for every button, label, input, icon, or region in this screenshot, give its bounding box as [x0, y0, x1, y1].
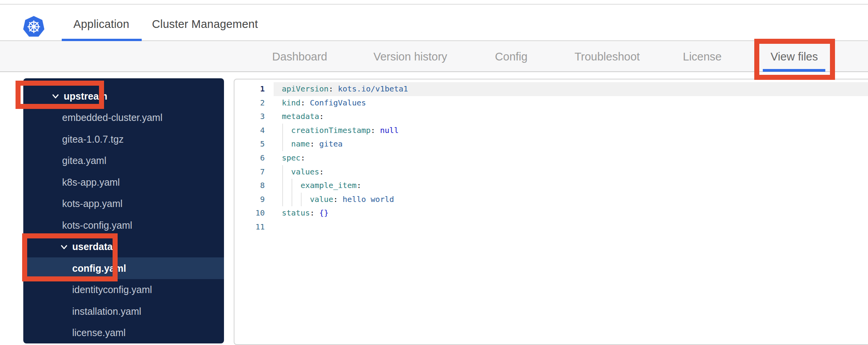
tree-item-identityconfig.yaml[interactable]: identityconfig.yaml: [23, 279, 224, 301]
line-number: 5: [234, 137, 265, 151]
code-token-punct: :: [319, 167, 324, 176]
code-line-8: example_item:: [282, 179, 868, 193]
active-tab-underline: [62, 39, 142, 41]
code-token-plain: [282, 167, 291, 176]
code-token-punct: :: [300, 153, 305, 162]
chevron-down-icon: [59, 242, 69, 252]
tree-item-config.yaml[interactable]: config.yaml: [23, 257, 224, 279]
tree-item-label: installation.yaml: [72, 306, 141, 317]
code-token-punct: :: [300, 98, 310, 107]
code-token-special: null: [380, 126, 399, 135]
code-line-9: value: hello world: [282, 193, 868, 207]
code-token-punct: :: [310, 139, 319, 148]
tree-item-kots-config.yaml[interactable]: kots-config.yaml: [23, 214, 224, 236]
indent-guide: [282, 165, 283, 179]
code-line-5: name: gitea: [282, 137, 868, 151]
code-token-value: gitea: [319, 139, 342, 148]
line-number: 1: [234, 82, 265, 96]
subnav-bar: DashboardVersion historyConfigTroublesho…: [0, 41, 868, 72]
nav-tab-license[interactable]: License: [683, 50, 722, 63]
code-line-11: [282, 220, 868, 234]
indent-guide: [282, 193, 283, 207]
code-line-1: apiVersion: kots.io/v1beta1: [282, 82, 868, 96]
line-number: 6: [234, 151, 265, 165]
line-number: 7: [234, 165, 265, 179]
view-files-underline: [763, 69, 825, 72]
header-tab-application[interactable]: Application: [73, 18, 129, 31]
line-number: 4: [234, 124, 265, 138]
code-token-plain: [282, 139, 291, 148]
code-token-plain: [282, 126, 291, 135]
code-token-punct: :: [319, 112, 324, 121]
code-token-key: creationTimestamp: [291, 126, 371, 135]
line-number: 2: [234, 96, 265, 110]
tree-item-label: embedded-cluster.yaml: [62, 112, 162, 123]
code-token-plain: [282, 195, 310, 204]
tree-item-installation.yaml[interactable]: installation.yaml: [23, 300, 224, 322]
tree-item-label: config.yaml: [72, 263, 126, 274]
tree-item-gitea.yaml[interactable]: gitea.yaml: [23, 150, 224, 172]
indent-guide: [292, 179, 292, 193]
tree-item-label: identityconfig.yaml: [72, 284, 152, 295]
line-number: 10: [234, 206, 265, 220]
yaml-code-viewer[interactable]: 1234567891011 apiVersion: kots.io/v1beta…: [234, 79, 868, 345]
code-token-key: metadata: [282, 112, 319, 121]
code-token-key: spec: [282, 153, 300, 162]
code-token-punct: :: [371, 126, 380, 135]
file-tree-sidebar[interactable]: upstreamembedded-cluster.yamlgitea-1.0.7…: [23, 78, 224, 343]
tree-item-label: upstream: [64, 91, 108, 102]
code-token-punct: :: [328, 84, 338, 93]
line-number: 11: [234, 220, 265, 234]
tree-item-upstream[interactable]: upstream: [23, 85, 224, 107]
indent-guide: [301, 193, 302, 207]
code-token-key: kind: [282, 98, 300, 107]
tree-item-label: kots-config.yaml: [62, 220, 132, 231]
code-token-value: hello world: [343, 195, 394, 204]
line-number: 8: [234, 179, 265, 193]
tree-item-userdata[interactable]: userdata: [23, 236, 224, 258]
code-line-4: creationTimestamp: null: [282, 124, 868, 138]
indent-guide: [292, 193, 292, 207]
tree-item-k8s-app.yaml[interactable]: k8s-app.yaml: [23, 171, 224, 193]
tree-item-kots-app.yaml[interactable]: kots-app.yaml: [23, 193, 224, 215]
indent-guide: [282, 179, 283, 193]
indent-guide: [282, 137, 283, 151]
nav-tab-config[interactable]: Config: [495, 50, 528, 63]
code-line-2: kind: ConfigValues: [282, 96, 868, 110]
code-token-punct: :: [357, 181, 361, 190]
code-token-key: values: [291, 167, 319, 176]
code-line-7: values:: [282, 165, 868, 179]
code-token-value: kots.io/v1beta1: [338, 84, 408, 93]
code-token-punct: :: [310, 208, 319, 217]
tree-item-label: kots-app.yaml: [62, 198, 123, 209]
code-line-3: metadata:: [282, 110, 868, 124]
nav-tab-view-files[interactable]: View files: [771, 50, 818, 63]
tree-item-label: userdata: [72, 241, 113, 252]
indent-guide: [282, 124, 283, 138]
code-token-key: status: [282, 208, 310, 217]
nav-tab-dashboard[interactable]: Dashboard: [272, 50, 327, 63]
nav-tab-troubleshoot[interactable]: Troubleshoot: [575, 50, 640, 63]
header-bar: ApplicationCluster Management: [0, 5, 868, 41]
kubernetes-logo-icon: [23, 15, 45, 39]
chevron-down-icon: [50, 91, 61, 101]
tree-item-label: license.yaml: [72, 327, 126, 338]
code-token-key: name: [291, 139, 310, 148]
tree-item-gitea-1.0.7.tgz[interactable]: gitea-1.0.7.tgz: [23, 128, 224, 150]
code-token-value: ConfigValues: [310, 98, 366, 107]
nav-tab-version-history[interactable]: Version history: [373, 50, 447, 63]
code-line-6: spec:: [282, 151, 868, 165]
tree-item-label: gitea-1.0.7.tgz: [62, 134, 123, 145]
code-token-key: apiVersion: [282, 84, 328, 93]
tree-item-embedded-cluster.yaml[interactable]: embedded-cluster.yaml: [23, 107, 224, 129]
tree-item-label: gitea.yaml: [62, 155, 106, 166]
header-tab-cluster-management[interactable]: Cluster Management: [152, 18, 258, 31]
tree-item-label: k8s-app.yaml: [62, 177, 120, 188]
code-token-key: example_item: [300, 181, 357, 190]
code-line-10: status: {}: [282, 206, 868, 220]
tree-item-license.yaml[interactable]: license.yaml: [23, 322, 224, 343]
code-token-special: {}: [319, 208, 328, 217]
code-token-key: value: [310, 195, 333, 204]
code-token-punct: :: [333, 195, 342, 204]
line-number: 9: [234, 193, 265, 207]
